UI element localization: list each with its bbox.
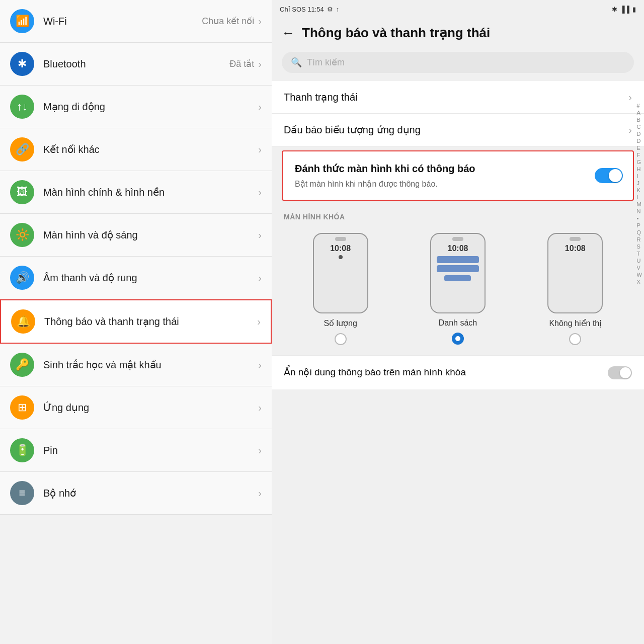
alpha-letter: G [637, 159, 642, 165]
alphabet-index: #ABCDDEFGHIJKLMN•PQRSTUVWX [635, 101, 644, 287]
notifications-icon: 🔔 [11, 309, 35, 334]
alpha-letter: P [637, 222, 642, 228]
alpha-letter: X [637, 279, 642, 285]
option-list-label: Danh sách [439, 318, 477, 328]
chevron-right-icon: › [258, 144, 262, 155]
alpha-letter: L [637, 194, 642, 200]
lockscreen-option-count[interactable]: 10:08 Số lượng [313, 233, 368, 345]
left-settings-panel: 📶Wi-FiChưa kết nối›✱BluetoothĐã tắt›↑↓Mạ… [0, 0, 272, 644]
settings-item-apps[interactable]: ⊞Ứng dụng› [0, 386, 272, 429]
chevron-right-icon: › [258, 445, 262, 456]
right-header: ← Thông báo và thanh trạng thái [272, 18, 644, 48]
option-count-label: Số lượng [324, 318, 357, 328]
battery-label: Pin [43, 445, 258, 456]
page-title: Thông báo và thanh trạng thái [302, 25, 490, 41]
chevron-right-icon: › [258, 402, 262, 414]
chevron-right-icon: › [258, 488, 262, 499]
chevron-right-icon: › [257, 316, 261, 328]
wake-screen-title: Đánh thức màn hình khi có thông báo [295, 162, 587, 176]
alpha-letter: A [637, 110, 642, 116]
alpha-letter: U [637, 258, 642, 264]
other-label: Kết nối khác [43, 143, 258, 155]
lockscreen-options: 10:08 Số lượng 10:08 Danh sách 10:08 [272, 225, 644, 353]
hide-notification-toggle[interactable] [608, 366, 632, 379]
chevron-right-icon: › [258, 187, 262, 198]
lockscreen-section-label: MÀN HÌNH KHÓA [272, 205, 644, 225]
radio-list[interactable] [452, 333, 464, 345]
chevron-right-icon: › [258, 101, 262, 113]
chevron-right-icon: › [628, 124, 632, 136]
settings-item-biometrics[interactable]: 🔑Sinh trắc học và mật khẩu› [0, 344, 272, 386]
search-bar[interactable]: 🔍 Tìm kiếm [282, 52, 634, 73]
alpha-letter: • [637, 215, 642, 221]
phone-notch [570, 237, 581, 241]
phone-mockup-none: 10:08 [547, 233, 603, 313]
settings-item-battery[interactable]: 🔋Pin› [0, 429, 272, 472]
alpha-letter: M [637, 201, 642, 207]
other-icon: 🔗 [10, 137, 34, 162]
alpha-letter: D [637, 138, 642, 144]
lockscreen-option-list[interactable]: 10:08 Danh sách [430, 233, 486, 345]
alpha-letter: N [637, 208, 642, 214]
battery-icon: 🔋 [10, 438, 34, 462]
settings-item-display[interactable]: 🔆Màn hình và độ sáng› [0, 214, 272, 257]
settings-item-bluetooth[interactable]: ✱BluetoothĐã tắt› [0, 43, 272, 86]
settings-item-other[interactable]: 🔗Kết nối khác› [0, 128, 272, 171]
biometrics-label: Sinh trắc học và mật khẩu [43, 359, 258, 371]
sound-label: Âm thanh và độ rung [43, 272, 258, 284]
hide-label-text: Ẩn nội dung thông báo trên màn hình khóa [284, 366, 608, 379]
mobile-icon: ↑↓ [10, 95, 34, 119]
app-badge-row[interactable]: Dấu báo biểu tượng ứng dụng › [272, 114, 644, 146]
settings-item-wifi[interactable]: 📶Wi-FiChưa kết nối› [0, 0, 272, 43]
wifi-value: Chưa kết nối [202, 16, 254, 27]
biometrics-icon: 🔑 [10, 353, 34, 377]
chevron-right-icon: › [258, 16, 262, 27]
upload-icon: ↑ [336, 6, 340, 13]
wake-screen-card[interactable]: Đánh thức màn hình khi có thông báo Bật … [282, 150, 634, 201]
lockscreen-option-none[interactable]: 10:08 Không hiển thị [547, 233, 603, 345]
radio-none[interactable] [569, 333, 581, 345]
phone-mockup-list: 10:08 [430, 233, 486, 313]
alpha-letter: B [637, 117, 642, 123]
settings-item-wallpaper[interactable]: 🖼Màn hình chính & hình nền› [0, 171, 272, 214]
wifi-label: Wi-Fi [43, 16, 202, 27]
wallpaper-icon: 🖼 [10, 180, 34, 204]
wifi-icon: 📶 [10, 9, 34, 33]
notifications-label: Thông báo và thanh trạng thái [44, 315, 257, 328]
alpha-letter: H [637, 166, 642, 172]
alpha-letter: V [637, 265, 642, 271]
alpha-letter: # [637, 103, 642, 109]
display-icon: 🔆 [10, 223, 34, 247]
wake-screen-toggle[interactable] [595, 168, 623, 183]
phone-notch [335, 237, 346, 241]
hide-notification-row[interactable]: Ẩn nội dung thông báo trên màn hình khóa [272, 355, 644, 389]
chevron-right-icon: › [258, 229, 262, 241]
phone-mockup-count: 10:08 [313, 233, 368, 313]
alpha-letter: T [637, 251, 642, 257]
sound-icon: 🔊 [10, 266, 34, 290]
storage-icon: ≡ [10, 481, 34, 505]
status-sos-time: Chỉ SOS 11:54 [280, 6, 324, 13]
status-bar-left: Chỉ SOS 11:54 ⚙ ↑ [280, 6, 339, 13]
status-bar-row[interactable]: Thanh trạng thái › [272, 81, 644, 114]
settings-item-mobile[interactable]: ↑↓Mạng di động› [0, 86, 272, 128]
right-detail-panel: Chỉ SOS 11:54 ⚙ ↑ ✱ ▐▐ ▮ ← Thông báo và … [272, 0, 644, 644]
alpha-letter: I [637, 173, 642, 179]
chevron-right-icon: › [628, 92, 632, 103]
alpha-letter: E [637, 145, 642, 151]
bluetooth-value: Đã tắt [229, 58, 254, 69]
alpha-letter: W [637, 272, 642, 278]
bluetooth-icon: ✱ [612, 6, 617, 13]
bluetooth-label: Bluetooth [43, 58, 229, 70]
radio-count[interactable] [335, 333, 347, 345]
settings-item-storage[interactable]: ≡Bộ nhớ› [0, 472, 272, 515]
settings-item-notifications[interactable]: 🔔Thông báo và thanh trạng thái› [0, 299, 272, 344]
display-label: Màn hình và độ sáng [43, 229, 258, 241]
alpha-letter: C [637, 124, 642, 130]
alpha-letter: J [637, 180, 642, 186]
settings-item-sound[interactable]: 🔊Âm thanh và độ rung› [0, 257, 272, 299]
status-bar-right: ✱ ▐▐ ▮ [612, 6, 636, 13]
alpha-letter: S [637, 244, 642, 250]
option-none-label: Không hiển thị [549, 318, 601, 328]
back-button[interactable]: ← [282, 25, 295, 41]
